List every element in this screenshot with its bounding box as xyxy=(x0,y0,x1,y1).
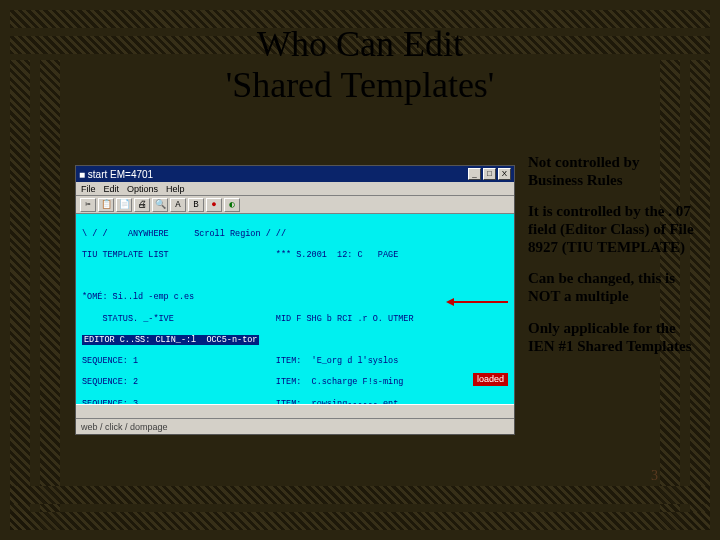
record-icon[interactable]: ● xyxy=(206,198,222,212)
minimize-icon[interactable]: _ xyxy=(468,168,481,180)
window-titlebar: ■ start EM=4701 _ □ X xyxy=(76,166,514,182)
status-text: web / click / dompage xyxy=(81,422,168,432)
terminal-header-1: \ / / ANYWHERE Scroll Region / // xyxy=(82,229,508,240)
font-b-icon[interactable]: B xyxy=(188,198,204,212)
terminal-line: STATUS. _-*IVE MID F SHG b RCI .r O. UTM… xyxy=(82,314,508,325)
title-line-2: 'Shared Templates' xyxy=(0,65,720,106)
callout-arrow xyxy=(446,298,508,306)
maximize-icon[interactable]: □ xyxy=(483,168,496,180)
menu-edit[interactable]: Edit xyxy=(104,184,120,194)
terminal-area: \ / / ANYWHERE Scroll Region / // TIU TE… xyxy=(76,214,514,404)
terminal-line: *OMÉ: Si..ld -emp c.es xyxy=(82,292,508,303)
terminal-line: SEQUENCE: 3 ITEM: rowsing------ ent xyxy=(82,399,508,404)
window-statusbar-upper xyxy=(76,404,514,418)
bullet-item: Can be changed, this is NOT a multiple xyxy=(528,270,696,305)
window-statusbar: web / click / dompage xyxy=(76,418,514,434)
window-toolbar: ✂ 📋 📄 🖨 🔍 A B ● ◐ xyxy=(76,196,514,214)
loaded-badge: loaded xyxy=(473,373,508,386)
menu-help[interactable]: Help xyxy=(166,184,185,194)
print-icon[interactable]: 🖨 xyxy=(134,198,150,212)
bullet-item: Only applicable for the IEN #1 Shared Te… xyxy=(528,320,696,355)
paste-icon[interactable]: 📋 xyxy=(98,198,114,212)
window-menubar: File Edit Options Help xyxy=(76,182,514,196)
menu-options[interactable]: Options xyxy=(127,184,158,194)
page-number: 3 xyxy=(651,468,658,484)
bullet-item: It is controlled by the . 07 field (Edit… xyxy=(528,203,696,256)
find-icon[interactable]: 🔍 xyxy=(152,198,168,212)
bullet-item: Not controlled by Business Rules xyxy=(528,154,696,189)
cut-icon[interactable]: ✂ xyxy=(80,198,96,212)
close-icon[interactable]: X xyxy=(498,168,511,180)
terminal-line-highlighted: EDITOR C..SS: CLIN_-:l OCC5-n-tor xyxy=(82,335,508,346)
terminal-line: SEQUENCE: 1 ITEM: 'E_org d l'syslos xyxy=(82,356,508,367)
embedded-screenshot: ■ start EM=4701 _ □ X File Edit Options … xyxy=(75,165,515,435)
status-icon[interactable]: ◐ xyxy=(224,198,240,212)
font-a-icon[interactable]: A xyxy=(170,198,186,212)
copy-icon[interactable]: 📄 xyxy=(116,198,132,212)
menu-file[interactable]: File xyxy=(81,184,96,194)
title-line-1: Who Can Edit xyxy=(0,24,720,65)
window-title: ■ start EM=4701 xyxy=(79,169,153,180)
terminal-header-2: TIU TEMPLATE LIST *** S.2001 12: C PAGE xyxy=(82,250,508,261)
terminal-line: SEQUENCE: 2 ITEM: C.scharge F!s-ming xyxy=(82,377,508,388)
bullet-list: Not controlled by Business Rules It is c… xyxy=(528,154,696,369)
slide-title: Who Can Edit 'Shared Templates' xyxy=(0,24,720,107)
